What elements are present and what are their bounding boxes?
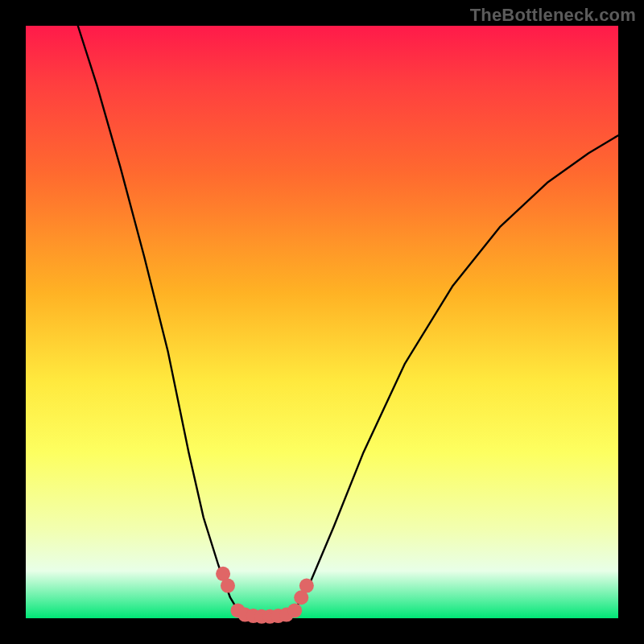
watermark-text: TheBottleneck.com bbox=[470, 5, 636, 26]
marker-group bbox=[216, 567, 314, 624]
marker-dot bbox=[221, 579, 235, 593]
bottleneck-curve bbox=[78, 26, 618, 616]
chart-svg bbox=[26, 26, 618, 618]
outer-frame: TheBottleneck.com bbox=[0, 0, 644, 644]
marker-dot bbox=[287, 603, 302, 617]
marker-dot bbox=[299, 579, 314, 593]
chart-plot-area bbox=[26, 26, 618, 618]
